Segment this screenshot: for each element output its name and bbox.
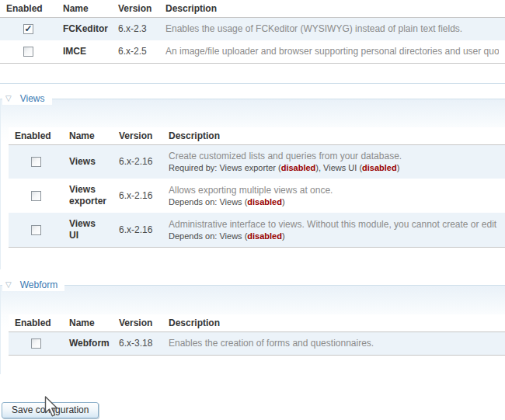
webform-fieldset-link[interactable]: Webform [20,279,57,290]
req-text: Required by: [169,163,219,172]
views-fieldset: ▽ Views Enabled Name Version Description… [0,99,505,269]
module-requirements: Depends on: Views (disabled) [169,231,499,241]
checkmark-icon: ✓ [24,25,33,33]
module-table-top: Enabled Name Version Description ✓ FCKed… [0,0,505,64]
module-row-views-ui: Views UI 6.x-2.16 Administrative interfa… [9,213,505,248]
req-text: Depends on: [169,231,219,241]
req-text: Views ( [219,231,247,241]
req-text: ) [282,197,285,207]
views-fieldset-link[interactable]: Views [20,93,45,104]
col-header-description: Description [162,314,505,332]
module-table-webform: Enabled Name Version Description Webform… [9,314,505,356]
module-enabled-cell [9,145,63,179]
webform-enabled-checkbox[interactable] [31,338,41,349]
webform-fieldset-legend: ▽ Webform [2,278,64,291]
col-header-name: Name [63,314,113,332]
module-name: Views [63,145,113,179]
req-text: Views exporter ( [219,163,280,172]
col-header-name: Name [63,127,113,145]
col-header-version: Version [112,0,159,18]
req-text: ), Views UI ( [315,163,362,172]
col-header-enabled: Enabled [9,314,63,332]
collapse-triangle-icon[interactable]: ▽ [5,95,12,102]
fckeditor-enabled-checkbox[interactable]: ✓ [23,24,33,34]
col-header-description: Description [162,127,505,145]
module-row-webform: Webform 6.x-3.18 Enables the creation of… [9,332,505,356]
col-header-version: Version [113,127,162,145]
modules-admin-page: Enabled Name Version Description ✓ FCKed… [0,0,505,420]
collapse-triangle-icon[interactable]: ▽ [5,281,12,289]
views-exporter-enabled-checkbox[interactable] [31,191,41,201]
col-header-version: Version [113,314,162,332]
module-version: 6.x-2.3 [112,18,159,41]
module-enabled-cell [9,213,63,248]
table-header-row: Enabled Name Version Description [9,314,505,332]
req-disabled-status: disabled [281,163,316,172]
module-description: Create customized lists and queries from… [169,151,499,162]
col-header-name: Name [57,0,112,18]
module-version: 6.x-2.16 [113,213,162,248]
module-name: Webform [63,332,113,356]
previous-fieldset-bottom-border [0,83,505,84]
req-disabled-status: disabled [247,197,282,207]
module-requirements: Depends on: Views (disabled) [169,196,499,207]
req-text: Views ( [219,197,247,207]
module-description: Enables the creation of forms and questi… [169,338,499,349]
module-name: IMCE [57,40,112,64]
save-configuration-button[interactable]: Save configuration [2,402,99,418]
imce-enabled-checkbox[interactable] [23,47,33,57]
table-header-row: Enabled Name Version Description [0,0,505,18]
views-fieldset-legend: ▽ Views [2,92,52,105]
module-version: 6.x-2.5 [112,40,159,64]
module-description: Enables the usage of FCKeditor (WYSIWYG)… [165,23,499,35]
module-name: FCKeditor [57,18,112,41]
module-row-views-exporter: Views exporter 6.x-2.16 Allows exporting… [9,179,505,213]
module-requirements: Required by: Views exporter (disabled), … [169,162,499,173]
module-version: 6.x-3.18 [113,332,162,356]
req-text: Depends on: [169,197,219,207]
views-enabled-checkbox[interactable] [31,157,41,167]
req-text: ) [397,163,400,172]
col-header-description: Description [159,0,505,18]
req-disabled-status: disabled [362,163,397,172]
module-version: 6.x-2.16 [113,179,162,213]
module-name: Views exporter [63,179,113,213]
table-header-row: Enabled Name Version Description [9,127,505,145]
module-enabled-cell [9,179,63,213]
module-enabled-cell [0,40,57,64]
module-enabled-cell [9,332,63,356]
form-actions: Save configuration [0,402,505,418]
views-ui-enabled-checkbox[interactable] [31,225,41,235]
webform-fieldset: ▽ Webform Enabled Name Version Descripti… [0,285,505,374]
module-description: Allows exporting multiple views at once. [169,185,499,196]
req-text: ) [282,231,285,241]
module-enabled-cell: ✓ [0,18,57,41]
module-description: Administrative interface to views. Witho… [169,219,499,231]
module-row-fckeditor: ✓ FCKeditor 6.x-2.3 Enables the usage of… [0,18,505,41]
module-description: An image/file uploader and browser suppo… [165,46,499,57]
module-version: 6.x-2.16 [113,145,162,179]
col-header-enabled: Enabled [0,0,57,18]
col-header-enabled: Enabled [9,127,63,145]
module-table-views: Enabled Name Version Description Views 6… [9,127,505,248]
module-row-views: Views 6.x-2.16 Create customized lists a… [9,145,505,179]
module-name: Views UI [63,213,113,248]
module-row-imce: IMCE 6.x-2.5 An image/file uploader and … [0,40,505,64]
req-disabled-status: disabled [247,231,282,241]
